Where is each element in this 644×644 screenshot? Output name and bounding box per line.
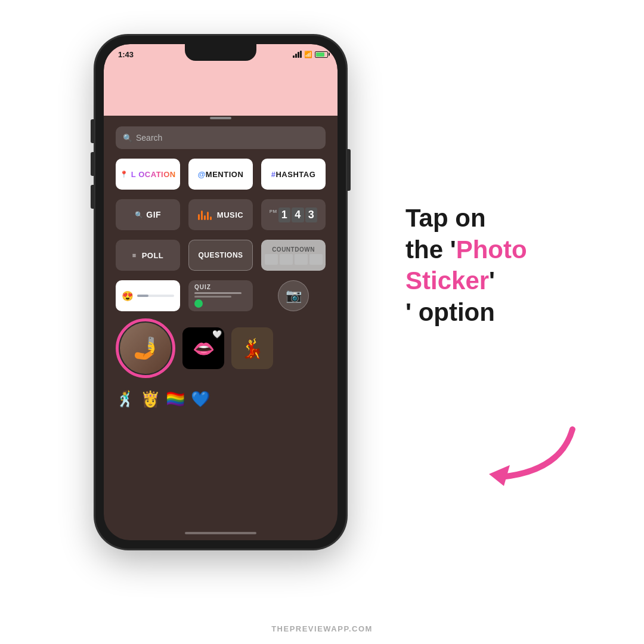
wifi-icon: 📶 xyxy=(304,51,312,58)
emoji-3: 🏳️‍🌈 xyxy=(166,390,185,408)
mention-sticker[interactable]: @MENTION xyxy=(188,159,253,190)
music-label: MUSIC xyxy=(217,210,243,219)
emoji-face-icon: 😍 xyxy=(122,290,134,302)
time-pm: PM xyxy=(270,209,277,214)
mouth-icon: 👄 xyxy=(193,338,215,359)
phone-frame: 1:43 📶 🔍 Search xyxy=(95,36,346,549)
instruction-block: Tap on the 'Photo Sticker' ' option xyxy=(405,203,608,328)
sticker-row-3: ≡ POLL QUESTIONS COUNTDOWN xyxy=(116,240,326,271)
slider-track xyxy=(137,295,174,297)
gif-label: GIF xyxy=(146,210,161,219)
heart-icon: 🤍 xyxy=(212,330,222,339)
emoji-2: 👸 xyxy=(141,390,160,408)
sticker-row-2: 🔍 GIF MUSIC PM 1 4 3 xyxy=(116,199,326,230)
instruction-pink-photo: Photo xyxy=(456,236,527,264)
sticker-row-4: 😍 QUIZ 📷 xyxy=(116,280,326,311)
footer-text: THEPREVIEWAPP.COM xyxy=(271,624,373,633)
photo-sticker-face: 🤳 xyxy=(132,336,159,361)
countdown-label: COUNTDOWN xyxy=(272,246,315,253)
camera-circle: 📷 xyxy=(278,280,309,311)
poll-lines-icon: ≡ xyxy=(132,252,137,259)
battery-icon xyxy=(315,51,328,58)
arrow-svg xyxy=(453,417,584,495)
music-sticker[interactable]: MUSIC xyxy=(188,199,253,230)
emoji-slider-sticker[interactable]: 😍 xyxy=(116,280,180,311)
phone-screen: 1:43 📶 🔍 Search xyxy=(104,44,338,540)
time-digit-3: 3 xyxy=(305,208,318,222)
time-digit-1: 1 xyxy=(278,208,291,222)
poll-label: POLL xyxy=(142,251,164,260)
camera-icon: 📷 xyxy=(286,288,302,304)
emoji-bottom-row: 🕺 👸 🏳️‍🌈 💙 xyxy=(116,390,326,408)
quiz-lines-icon xyxy=(194,292,247,298)
emoji-1: 🕺 xyxy=(116,390,135,408)
time-sticker[interactable]: PM 1 4 3 xyxy=(261,199,326,230)
questions-label: QUESTIONS xyxy=(198,251,243,259)
mouth-sticker[interactable]: 👄 🤍 xyxy=(182,327,224,369)
quiz-sticker[interactable]: QUIZ xyxy=(188,280,253,311)
signal-icon xyxy=(293,51,302,58)
mention-label: @MENTION xyxy=(198,170,244,179)
quiz-label: QUIZ xyxy=(194,284,247,290)
instruction-text-the: the ' xyxy=(405,236,456,264)
svg-marker-0 xyxy=(489,465,510,486)
photo-sticker-inner: 🤳 xyxy=(120,323,171,374)
location-pin-icon: 📍 xyxy=(120,171,129,178)
hashtag-sticker[interactable]: #HASHTAG xyxy=(261,159,326,190)
home-indicator xyxy=(185,532,256,534)
gif-sticker[interactable]: 🔍 GIF xyxy=(116,199,180,230)
countdown-boxes-icon xyxy=(265,254,323,265)
arrow-container xyxy=(453,417,584,495)
dancer-icon: 💃 xyxy=(240,337,264,360)
music-bars-icon xyxy=(198,209,212,220)
questions-sticker[interactable]: QUESTIONS xyxy=(188,240,253,271)
emoji-slider-content: 😍 xyxy=(122,290,174,302)
status-time: 1:43 xyxy=(118,50,134,59)
emoji-4: 💙 xyxy=(191,390,210,408)
slider-fill xyxy=(137,295,148,297)
instruction-pink-sticker: Sticker xyxy=(405,267,489,295)
search-icon: 🔍 xyxy=(123,134,132,143)
status-bar: 1:43 📶 xyxy=(118,48,328,61)
poll-sticker[interactable]: ≡ POLL xyxy=(116,240,180,271)
bottom-sticker-row: 🤳 👄 🤍 💃 xyxy=(112,318,329,378)
time-digit-2: 4 xyxy=(292,208,304,222)
instruction-line-1: Tap on xyxy=(405,203,608,234)
sticker-row-1: 📍 L OCATION @MENTION #HASHTAG xyxy=(116,159,326,190)
instruction-text-close: ' xyxy=(489,267,495,295)
countdown-sticker[interactable]: COUNTDOWN xyxy=(261,240,326,271)
instruction-line-3: Sticker' xyxy=(405,265,608,297)
time-display: PM 1 4 3 xyxy=(270,208,318,222)
search-placeholder: Search xyxy=(136,133,162,143)
gif-search-icon: 🔍 xyxy=(135,211,144,219)
instruction-line-4: ' option xyxy=(405,297,608,329)
instruction-line-2: the 'Photo xyxy=(405,234,608,266)
location-sticker[interactable]: 📍 L OCATION xyxy=(116,159,180,190)
search-bar[interactable]: 🔍 Search xyxy=(116,126,326,149)
drag-handle[interactable] xyxy=(210,117,231,119)
quiz-check-icon xyxy=(194,299,203,308)
hashtag-label: #HASHTAG xyxy=(271,170,316,179)
dancer-sticker[interactable]: 💃 xyxy=(231,327,273,369)
location-label-rest: OCATION xyxy=(138,170,175,179)
photo-sticker-highlighted[interactable]: 🤳 xyxy=(116,318,175,378)
location-label-l: L xyxy=(131,170,136,179)
photo-camera-sticker[interactable]: 📷 xyxy=(261,280,326,311)
status-icons: 📶 xyxy=(293,51,328,58)
